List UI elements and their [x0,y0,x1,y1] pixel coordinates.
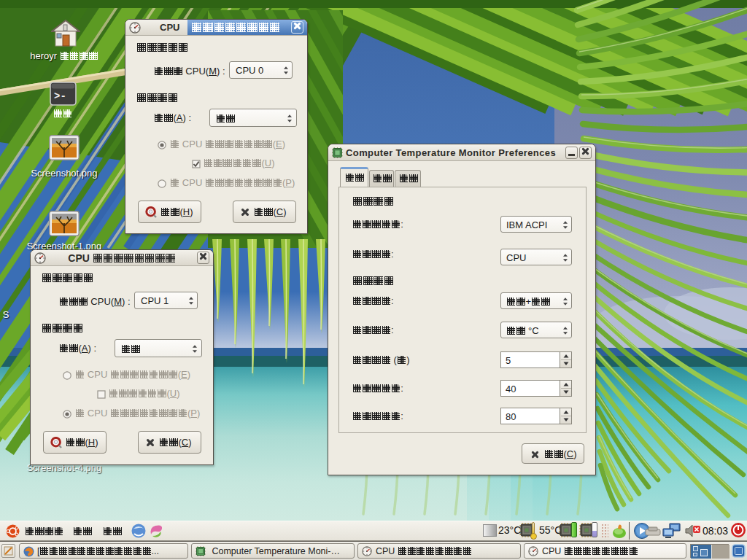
svg-text:>-: >- [54,90,66,102]
